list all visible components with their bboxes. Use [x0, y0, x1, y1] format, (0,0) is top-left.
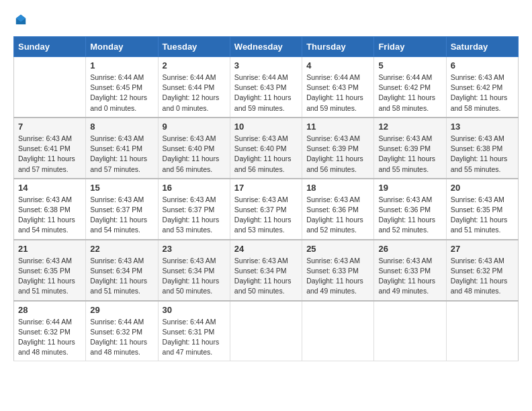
calendar-cell: 15Sunrise: 6:43 AMSunset: 6:37 PMDayligh… — [86, 179, 158, 240]
calendar-cell: 19Sunrise: 6:43 AMSunset: 6:36 PMDayligh… — [374, 179, 446, 240]
calendar-week-row: 1Sunrise: 6:44 AMSunset: 6:45 PMDaylight… — [14, 57, 519, 118]
day-info: Sunrise: 6:43 AMSunset: 6:38 PMDaylight:… — [18, 195, 81, 236]
day-info: Sunrise: 6:43 AMSunset: 6:36 PMDaylight:… — [306, 195, 369, 236]
calendar-cell: 1Sunrise: 6:44 AMSunset: 6:45 PMDaylight… — [86, 57, 158, 118]
calendar-cell: 5Sunrise: 6:44 AMSunset: 6:42 PMDaylight… — [374, 57, 446, 118]
day-number: 9 — [163, 122, 226, 132]
calendar-cell: 29Sunrise: 6:44 AMSunset: 6:32 PMDayligh… — [86, 301, 158, 361]
calendar-cell: 18Sunrise: 6:43 AMSunset: 6:36 PMDayligh… — [302, 179, 374, 240]
calendar-cell: 7Sunrise: 6:43 AMSunset: 6:41 PMDaylight… — [14, 118, 86, 179]
calendar-cell: 3Sunrise: 6:44 AMSunset: 6:43 PMDaylight… — [230, 57, 302, 118]
day-info: Sunrise: 6:43 AMSunset: 6:34 PMDaylight:… — [234, 256, 298, 297]
calendar-cell: 21Sunrise: 6:43 AMSunset: 6:35 PMDayligh… — [14, 240, 86, 301]
calendar-cell: 14Sunrise: 6:43 AMSunset: 6:38 PMDayligh… — [14, 179, 86, 240]
day-number: 10 — [234, 122, 298, 132]
calendar-cell: 4Sunrise: 6:44 AMSunset: 6:43 PMDaylight… — [302, 57, 374, 118]
day-number: 21 — [18, 244, 81, 254]
day-number: 30 — [163, 305, 226, 315]
day-info: Sunrise: 6:43 AMSunset: 6:39 PMDaylight:… — [306, 134, 369, 175]
header-row: SundayMondayTuesdayWednesdayThursdayFrid… — [14, 37, 519, 57]
calendar-cell: 16Sunrise: 6:43 AMSunset: 6:37 PMDayligh… — [158, 179, 230, 240]
weekday-header: Tuesday — [158, 37, 230, 57]
day-info: Sunrise: 6:43 AMSunset: 6:40 PMDaylight:… — [234, 134, 298, 175]
day-number: 12 — [378, 122, 441, 132]
weekday-header: Wednesday — [230, 37, 302, 57]
calendar-week-row: 21Sunrise: 6:43 AMSunset: 6:35 PMDayligh… — [14, 240, 519, 301]
page: SundayMondayTuesdayWednesdayThursdayFrid… — [0, 0, 532, 375]
calendar-cell: 25Sunrise: 6:43 AMSunset: 6:33 PMDayligh… — [302, 240, 374, 301]
calendar-cell: 28Sunrise: 6:44 AMSunset: 6:32 PMDayligh… — [14, 301, 86, 361]
calendar-cell — [14, 57, 86, 118]
day-number: 20 — [451, 183, 514, 193]
day-number: 16 — [163, 183, 226, 193]
day-info: Sunrise: 6:43 AMSunset: 6:36 PMDaylight:… — [378, 195, 441, 236]
logo-icon — [15, 13, 27, 26]
calendar-cell — [302, 301, 374, 361]
day-number: 7 — [18, 122, 81, 132]
day-number: 11 — [306, 122, 369, 132]
day-number: 5 — [378, 60, 441, 71]
day-number: 2 — [163, 60, 226, 71]
day-info: Sunrise: 6:43 AMSunset: 6:33 PMDaylight:… — [378, 256, 441, 297]
calendar-cell: 9Sunrise: 6:43 AMSunset: 6:40 PMDaylight… — [158, 118, 230, 179]
calendar-cell: 11Sunrise: 6:43 AMSunset: 6:39 PMDayligh… — [302, 118, 374, 179]
day-info: Sunrise: 6:44 AMSunset: 6:43 PMDaylight:… — [306, 73, 369, 113]
day-info: Sunrise: 6:44 AMSunset: 6:44 PMDaylight:… — [163, 73, 226, 113]
logo — [13, 13, 27, 26]
day-info: Sunrise: 6:43 AMSunset: 6:41 PMDaylight:… — [18, 134, 81, 175]
calendar-cell: 8Sunrise: 6:43 AMSunset: 6:41 PMDaylight… — [86, 118, 158, 179]
day-info: Sunrise: 6:43 AMSunset: 6:33 PMDaylight:… — [306, 256, 369, 297]
calendar-cell — [374, 301, 446, 361]
day-number: 1 — [90, 60, 153, 71]
day-number: 25 — [306, 244, 369, 254]
header — [13, 13, 519, 26]
day-info: Sunrise: 6:44 AMSunset: 6:32 PMDaylight:… — [90, 317, 153, 358]
calendar-cell: 30Sunrise: 6:44 AMSunset: 6:31 PMDayligh… — [158, 301, 230, 361]
calendar-cell: 26Sunrise: 6:43 AMSunset: 6:33 PMDayligh… — [374, 240, 446, 301]
day-number: 24 — [234, 244, 298, 254]
weekday-header: Sunday — [14, 37, 86, 57]
calendar-cell: 13Sunrise: 6:43 AMSunset: 6:38 PMDayligh… — [446, 118, 518, 179]
day-number: 19 — [378, 183, 441, 193]
calendar-cell: 24Sunrise: 6:43 AMSunset: 6:34 PMDayligh… — [230, 240, 302, 301]
day-number: 27 — [451, 244, 514, 254]
day-info: Sunrise: 6:43 AMSunset: 6:39 PMDaylight:… — [378, 134, 441, 175]
day-number: 4 — [306, 60, 369, 71]
day-info: Sunrise: 6:44 AMSunset: 6:45 PMDaylight:… — [90, 73, 153, 113]
weekday-header: Friday — [374, 37, 446, 57]
day-info: Sunrise: 6:43 AMSunset: 6:34 PMDaylight:… — [90, 256, 153, 297]
day-info: Sunrise: 6:43 AMSunset: 6:37 PMDaylight:… — [90, 195, 153, 236]
calendar-cell — [446, 301, 518, 361]
day-number: 29 — [90, 305, 153, 315]
day-number: 15 — [90, 183, 153, 193]
day-info: Sunrise: 6:43 AMSunset: 6:32 PMDaylight:… — [451, 256, 514, 297]
calendar-cell: 20Sunrise: 6:43 AMSunset: 6:35 PMDayligh… — [446, 179, 518, 240]
calendar-week-row: 14Sunrise: 6:43 AMSunset: 6:38 PMDayligh… — [14, 179, 519, 240]
day-info: Sunrise: 6:44 AMSunset: 6:42 PMDaylight:… — [378, 73, 441, 113]
calendar-cell: 27Sunrise: 6:43 AMSunset: 6:32 PMDayligh… — [446, 240, 518, 301]
calendar-cell: 17Sunrise: 6:43 AMSunset: 6:37 PMDayligh… — [230, 179, 302, 240]
day-info: Sunrise: 6:43 AMSunset: 6:37 PMDaylight:… — [163, 195, 226, 236]
calendar-week-row: 7Sunrise: 6:43 AMSunset: 6:41 PMDaylight… — [14, 118, 519, 179]
day-number: 28 — [18, 305, 81, 315]
calendar-cell: 6Sunrise: 6:43 AMSunset: 6:42 PMDaylight… — [446, 57, 518, 118]
day-number: 8 — [90, 122, 153, 132]
day-number: 6 — [451, 60, 514, 71]
calendar-cell: 2Sunrise: 6:44 AMSunset: 6:44 PMDaylight… — [158, 57, 230, 118]
day-info: Sunrise: 6:44 AMSunset: 6:31 PMDaylight:… — [163, 317, 226, 358]
day-info: Sunrise: 6:43 AMSunset: 6:41 PMDaylight:… — [90, 134, 153, 175]
day-number: 23 — [163, 244, 226, 254]
weekday-header: Monday — [86, 37, 158, 57]
calendar-cell: 22Sunrise: 6:43 AMSunset: 6:34 PMDayligh… — [86, 240, 158, 301]
day-number: 17 — [234, 183, 298, 193]
day-info: Sunrise: 6:43 AMSunset: 6:37 PMDaylight:… — [234, 195, 298, 236]
weekday-header: Thursday — [302, 37, 374, 57]
day-info: Sunrise: 6:43 AMSunset: 6:35 PMDaylight:… — [18, 256, 81, 297]
day-info: Sunrise: 6:43 AMSunset: 6:35 PMDaylight:… — [451, 195, 514, 236]
day-number: 26 — [378, 244, 441, 254]
calendar-cell: 23Sunrise: 6:43 AMSunset: 6:34 PMDayligh… — [158, 240, 230, 301]
day-number: 22 — [90, 244, 153, 254]
day-number: 14 — [18, 183, 81, 193]
day-number: 3 — [234, 60, 298, 71]
day-number: 18 — [306, 183, 369, 193]
